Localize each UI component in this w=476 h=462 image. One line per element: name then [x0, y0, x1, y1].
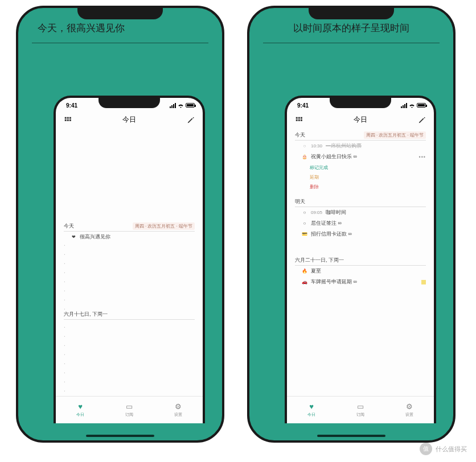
- list-item[interactable]: ○ 10:30 一席杭州站购票: [295, 141, 426, 151]
- action-delay[interactable]: 延期: [310, 174, 426, 180]
- circle-icon: ○: [302, 210, 307, 215]
- list-item[interactable]: 💳 招行信用卡还款 ∞: [295, 229, 426, 240]
- page-title: 今日: [122, 115, 136, 125]
- outer-notch: [77, 7, 163, 19]
- edit-icon[interactable]: [418, 116, 426, 124]
- edit-icon[interactable]: [187, 116, 195, 124]
- item-time: 09:05: [311, 210, 322, 215]
- heart-icon: ❤: [71, 234, 76, 240]
- svg-rect-8: [301, 117, 302, 118]
- action-delete[interactable]: 删除: [310, 184, 426, 190]
- svg-rect-4: [67, 119, 69, 121]
- section-today: 今天: [64, 222, 74, 230]
- cake-icon: 🎂: [302, 154, 307, 159]
- inner-notch: [99, 97, 160, 108]
- card-icon: 💳: [302, 232, 307, 237]
- svg-rect-2: [69, 117, 71, 118]
- svg-rect-11: [301, 119, 302, 121]
- svg-rect-3: [65, 119, 67, 121]
- wifi-icon: [409, 103, 415, 108]
- note-tag-icon: [421, 280, 426, 284]
- section-today: 今天: [295, 131, 305, 139]
- phone-frame-left: 今天，很高兴遇见你 9:41 今日 今天 周四 · 农历五月初五 · 端午节: [16, 6, 224, 443]
- tab-bar: ♥ 今日 ▭ 订阅 ⚙ 设置: [56, 396, 203, 423]
- status-time: 9:41: [297, 102, 309, 109]
- section-tomorrow: 明天: [295, 198, 426, 207]
- item-text: 咖啡时间: [326, 209, 426, 216]
- tab-subscribe[interactable]: ▭ 订阅: [336, 397, 385, 423]
- car-icon: 🚗: [302, 279, 307, 284]
- svg-rect-5: [69, 119, 71, 121]
- grid-menu-icon[interactable]: [295, 116, 303, 124]
- fire-icon: 🔥: [302, 269, 307, 274]
- svg-rect-6: [296, 117, 298, 118]
- tab-settings[interactable]: ⚙ 设置: [385, 397, 434, 423]
- item-text: 夏至: [311, 267, 426, 275]
- action-complete[interactable]: 标记完成: [310, 164, 426, 171]
- wifi-icon: [178, 103, 184, 108]
- item-text: 很高兴遇见你: [80, 233, 195, 241]
- heart-icon: ♥: [78, 402, 83, 411]
- item-text: 车牌摇号申请延期 ∞: [311, 278, 426, 286]
- tab-settings[interactable]: ⚙ 设置: [154, 397, 203, 423]
- status-time: 9:41: [66, 102, 77, 109]
- svg-rect-1: [67, 117, 69, 118]
- content-area[interactable]: 今天 周四 · 农历五月初五 · 端午节 ○ 10:30 一席杭州站购票 🎂 祝…: [287, 130, 434, 392]
- list-item[interactable]: ○ 居住证签注 ∞: [295, 218, 426, 229]
- signal-icon: [401, 103, 407, 108]
- promo-headline-left: 今天，很高兴遇见你: [32, 18, 208, 43]
- svg-rect-7: [298, 117, 300, 118]
- circle-icon: ○: [302, 221, 307, 226]
- outer-notch: [309, 7, 394, 19]
- signal-icon: [170, 103, 176, 108]
- tab-subscribe[interactable]: ▭ 订阅: [105, 397, 154, 423]
- gear-icon: ⚙: [175, 402, 182, 411]
- watermark: 值 什么值得买: [420, 443, 467, 455]
- item-text: 一席杭州站购票: [326, 142, 426, 150]
- app-header: 今日: [56, 110, 203, 130]
- list-item[interactable]: ❤ 很高兴遇见你: [64, 232, 195, 242]
- lunar-date: 周四 · 农历五月初五 · 端午节: [364, 131, 426, 139]
- status-icons: [401, 103, 426, 108]
- swipe-actions: 标记完成 延期 删除: [295, 162, 426, 192]
- circle-icon: ○: [302, 143, 307, 148]
- status-icons: [170, 103, 195, 108]
- section-future: 六月二十一日, 下周一: [295, 257, 426, 266]
- list-item[interactable]: 🚗 车牌摇号申请延期 ∞: [295, 277, 426, 287]
- tab-today[interactable]: ♥ 今日: [287, 397, 336, 423]
- gear-icon: ⚙: [406, 402, 413, 411]
- app-header: 今日: [287, 110, 434, 130]
- item-text: 居住证签注 ∞: [311, 220, 426, 227]
- phone-frame-right: 以时间原本的样子呈现时间 9:41 今日 今天 周四 · 农历五月初五 · 端午…: [247, 6, 456, 443]
- svg-rect-9: [296, 119, 298, 121]
- item-text: 招行信用卡还款 ∞: [311, 230, 426, 238]
- promo-headline-right: 以时间原本的样子呈现时间: [263, 18, 440, 43]
- home-indicator: [317, 435, 385, 437]
- svg-rect-10: [298, 119, 300, 121]
- item-time: 10:30: [311, 143, 322, 148]
- list-item[interactable]: 🔥 夏至: [295, 266, 426, 277]
- section-future: 六月十七日, 下周一: [64, 311, 195, 320]
- calendar-icon: ▭: [126, 402, 133, 411]
- more-icon[interactable]: •••: [419, 154, 426, 160]
- svg-rect-0: [65, 117, 67, 118]
- home-indicator: [86, 435, 154, 437]
- item-text: 祝黄小姐生日快乐 ∞: [311, 153, 416, 160]
- list-item[interactable]: 🎂 祝黄小姐生日快乐 ∞ •••: [295, 151, 426, 162]
- grid-menu-icon[interactable]: [64, 116, 72, 124]
- inner-notch: [330, 97, 391, 108]
- list-item[interactable]: ○ 09:05 咖啡时间: [295, 207, 426, 218]
- calendar-icon: ▭: [357, 402, 364, 411]
- battery-icon: [186, 103, 195, 108]
- heart-icon: ♥: [309, 402, 314, 411]
- watermark-text: 什么值得买: [436, 445, 467, 453]
- content-area[interactable]: 今天 周四 · 农历五月初五 · 端午节 ❤ 很高兴遇见你 六月十七日, 下周一: [56, 130, 203, 392]
- battery-icon: [417, 103, 426, 108]
- page-title: 今日: [354, 115, 367, 125]
- inner-phone-right: 9:41 今日 今天 周四 · 农历五月初五 · 端午节 ○ 10:30 一席杭…: [285, 96, 436, 423]
- watermark-badge-icon: 值: [420, 443, 432, 455]
- lunar-date: 周四 · 农历五月初五 · 端午节: [133, 222, 195, 230]
- tab-bar: ♥ 今日 ▭ 订阅 ⚙ 设置: [287, 396, 434, 423]
- tab-today[interactable]: ♥ 今日: [56, 397, 105, 423]
- inner-phone-left: 9:41 今日 今天 周四 · 农历五月初五 · 端午节 ❤ 很高兴遇见你: [54, 96, 205, 423]
